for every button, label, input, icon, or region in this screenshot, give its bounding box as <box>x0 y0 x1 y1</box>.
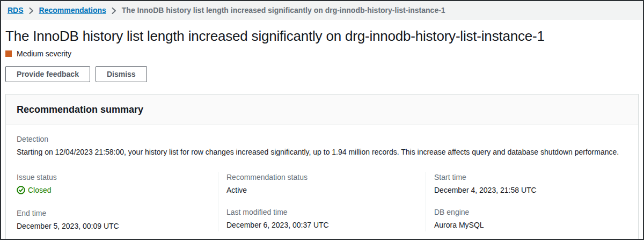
last-modified-time-label: Last modified time <box>226 207 418 217</box>
chevron-right-icon <box>29 8 34 14</box>
main-content: The InnoDB history list length increased… <box>1 27 643 240</box>
severity-indicator: Medium severity <box>5 49 639 58</box>
severity-label: Medium severity <box>17 49 71 58</box>
recommendation-summary-card: Recommendation summary Detection Startin… <box>5 94 639 240</box>
db-engine-label: DB engine <box>434 207 620 217</box>
end-time-label: End time <box>17 208 210 219</box>
last-modified-time-value: December 6, 2023, 00:37 UTC <box>226 220 418 230</box>
issue-status-text: Closed <box>28 185 52 195</box>
provide-feedback-button[interactable]: Provide feedback <box>5 66 90 82</box>
start-time-label: Start time <box>434 172 620 183</box>
detection-section: Detection Starting on 12/04/2023 21:58:0… <box>17 134 627 158</box>
breadcrumb: RDS Recommendations The InnoDB history l… <box>1 1 643 20</box>
start-time-value: December 4, 2023, 21:58 UTC <box>434 185 620 195</box>
db-engine-value: Aurora MySQL <box>434 220 620 230</box>
summary-column-1: Issue status Closed End time December 5,… <box>17 172 218 231</box>
recommendation-status-label: Recommendation status <box>226 172 418 183</box>
db-engine-field: DB engine Aurora MySQL <box>434 207 620 230</box>
end-time-value: December 5, 2023, 00:09 UTC <box>17 221 210 231</box>
end-time-field: End time December 5, 2023, 00:09 UTC <box>17 208 210 231</box>
recommendation-status-field: Recommendation status Active <box>226 172 418 195</box>
card-title: Recommendation summary <box>17 104 627 115</box>
breadcrumb-current-page: The InnoDB history list length increased… <box>122 6 445 14</box>
medium-severity-icon <box>5 50 12 57</box>
summary-column-2: Recommendation status Active Last modifi… <box>218 172 426 231</box>
issue-status-field: Issue status Closed <box>17 172 210 197</box>
issue-status-value: Closed <box>17 185 52 195</box>
breadcrumb-link-recommendations[interactable]: Recommendations <box>39 6 106 14</box>
chevron-right-icon <box>112 8 116 14</box>
summary-column-3: Start time December 4, 2023, 21:58 UTC D… <box>426 172 627 231</box>
start-time-field: Start time December 4, 2023, 21:58 UTC <box>434 172 620 195</box>
last-modified-time-field: Last modified time December 6, 2023, 00:… <box>226 207 418 230</box>
summary-fields-grid: Issue status Closed End time December 5,… <box>17 172 627 231</box>
check-circle-icon <box>17 186 25 194</box>
breadcrumb-link-rds[interactable]: RDS <box>8 6 24 14</box>
rds-recommendation-detail-page: RDS Recommendations The InnoDB history l… <box>0 0 644 240</box>
detection-text: Starting on 12/04/2023 21:58:00, your hi… <box>17 147 627 158</box>
dismiss-button[interactable]: Dismiss <box>96 66 147 82</box>
recommendation-status-value: Active <box>226 185 418 195</box>
action-buttons: Provide feedback Dismiss <box>5 66 639 82</box>
page-title: The InnoDB history list length increased… <box>5 27 639 45</box>
card-body: Detection Starting on 12/04/2023 21:58:0… <box>6 125 638 240</box>
issue-status-label: Issue status <box>17 172 210 183</box>
card-header: Recommendation summary <box>6 94 638 125</box>
detection-label: Detection <box>17 134 627 144</box>
